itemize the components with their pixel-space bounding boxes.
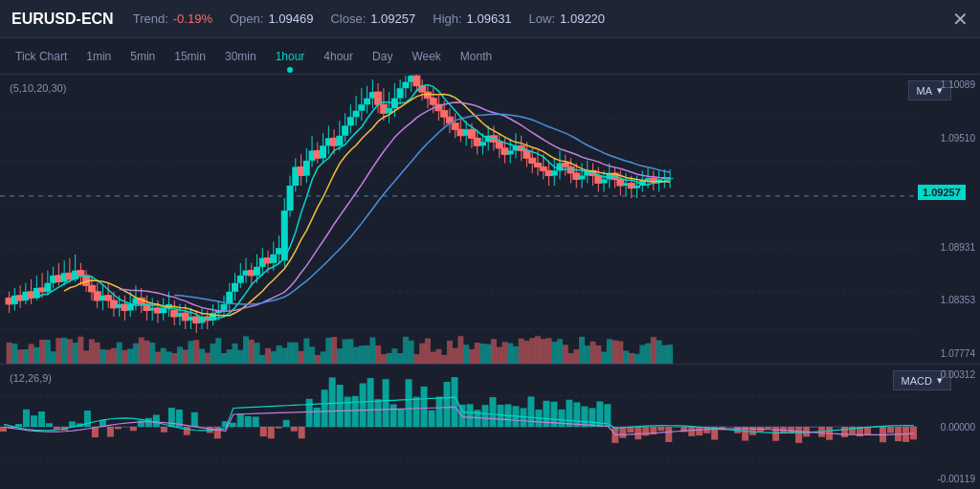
high-label: High: — [433, 11, 461, 26]
low-value: 1.09220 — [560, 11, 605, 26]
price-level2: 1.08931 — [918, 242, 980, 253]
open-value: 1.09469 — [268, 11, 313, 26]
open-label: Open: — [230, 11, 263, 26]
close-stat: Close: 1.09257 — [330, 11, 415, 26]
tab-5min[interactable]: 5min — [121, 44, 165, 69]
trend-stat: Trend: -0.19% — [133, 11, 212, 26]
high-value: 1.09631 — [467, 11, 512, 26]
macd-price-low: -0.00119 — [918, 474, 980, 484]
tab-week[interactable]: Week — [402, 44, 450, 69]
low-stat: Low: 1.09220 — [529, 11, 605, 26]
price-current: 1.09257 — [918, 185, 966, 200]
tab-4hour[interactable]: 4hour — [314, 44, 363, 69]
low-label: Low: — [529, 11, 555, 26]
symbol: EURUSD-ECN — [11, 11, 114, 28]
macd-price-mid: 0.00000 — [918, 422, 980, 433]
price-level3: 1.08353 — [918, 295, 980, 305]
price-high: 1.10089 — [918, 79, 980, 90]
tab-1min[interactable]: 1min — [77, 44, 121, 69]
timeframe-tabs: Tick Chart 1min 5min 15min 30min 1hour 4… — [0, 38, 980, 75]
trend-label: Trend: — [133, 11, 168, 26]
tab-1hour[interactable]: 1hour — [266, 44, 315, 69]
close-button[interactable]: ✕ — [952, 8, 969, 31]
tab-30min[interactable]: 30min — [215, 44, 266, 69]
macd-price-levels: 0.00312 0.00000 -0.00119 — [918, 365, 980, 489]
chart-container: (5,10,20,30) MA ▾ 1.10089 1.09510 1.0925… — [0, 75, 980, 489]
main-chart: (5,10,20,30) MA ▾ 1.10089 1.09510 1.0925… — [0, 75, 980, 365]
header: EURUSD-ECN Trend: -0.19% Open: 1.09469 C… — [0, 0, 980, 38]
high-stat: High: 1.09631 — [433, 11, 511, 26]
price-levels: 1.10089 1.09510 1.09257 1.08931 1.08353 … — [918, 75, 980, 364]
ma-indicator-label: (5,10,20,30) — [10, 82, 66, 94]
macd-price-high: 0.00312 — [918, 369, 980, 380]
price-level1: 1.09510 — [918, 133, 980, 144]
close-label: Close: — [330, 11, 366, 26]
open-stat: Open: 1.09469 — [230, 11, 313, 26]
tab-month[interactable]: Month — [451, 44, 501, 69]
price-low: 1.07774 — [918, 348, 980, 359]
macd-panel: (12,26,9) MACD ▾ 0.00312 0.00000 -0.0011… — [0, 365, 980, 489]
tab-15min[interactable]: 15min — [165, 44, 215, 69]
close-value: 1.09257 — [370, 11, 415, 26]
tab-day[interactable]: Day — [363, 44, 402, 69]
tab-tick[interactable]: Tick Chart — [6, 44, 77, 69]
trend-value: -0.19% — [173, 11, 212, 26]
macd-indicator-label: (12,26,9) — [10, 372, 52, 384]
main-chart-canvas[interactable] — [0, 75, 918, 364]
macd-chart-canvas[interactable] — [0, 365, 918, 489]
